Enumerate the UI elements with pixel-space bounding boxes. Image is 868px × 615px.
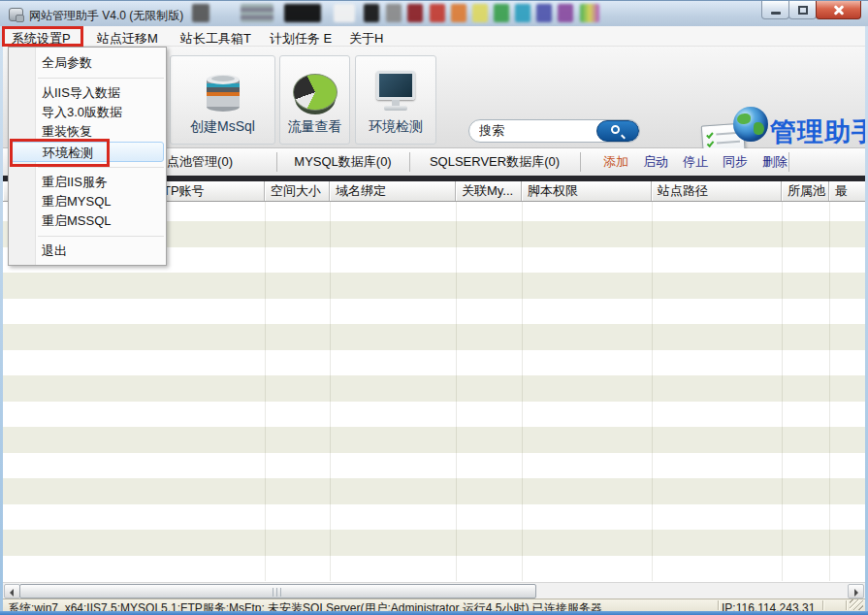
glass-blob bbox=[430, 4, 445, 22]
column-script-perm[interactable]: 脚本权限 bbox=[522, 181, 652, 201]
menu-item-restart-mysql[interactable]: 重启MYSQL bbox=[9, 192, 166, 211]
search-button[interactable] bbox=[596, 120, 639, 142]
glass-blob bbox=[494, 4, 509, 22]
menu-site-migration[interactable]: 站点迁移M bbox=[93, 29, 162, 49]
menu-item-exit[interactable]: 退出 bbox=[9, 242, 166, 261]
table-row bbox=[3, 504, 865, 531]
column-space-size[interactable]: 空间大小 bbox=[265, 181, 330, 201]
app-window: 网站管理助手 V4.0 (无限制版) 系统设置P 站点迁移M 站长工具箱T 计划… bbox=[0, 0, 868, 615]
start-button[interactable]: 启动 bbox=[643, 153, 668, 171]
create-mssql-button[interactable]: 创建MsSql bbox=[170, 55, 275, 145]
window-title: 网站管理助手 V4.0 (无限制版) bbox=[29, 8, 183, 24]
scroll-left-button[interactable] bbox=[4, 584, 20, 599]
table-row bbox=[3, 478, 865, 504]
scrollbar-thumb[interactable] bbox=[19, 584, 536, 599]
table-row bbox=[3, 324, 865, 350]
menu-item-restart-iis[interactable]: 重启IIS服务 bbox=[9, 173, 166, 192]
search-input[interactable] bbox=[479, 122, 595, 140]
glass-blob bbox=[192, 4, 209, 22]
horizontal-scrollbar[interactable] bbox=[3, 582, 865, 599]
close-button[interactable] bbox=[816, 1, 861, 19]
glass-blob bbox=[580, 4, 599, 22]
scroll-right-button[interactable] bbox=[848, 584, 864, 599]
system-status-text: 系统:win7_x64;IIS7.5;MYSQL5.1;FTP服务:MsFtp;… bbox=[8, 600, 602, 611]
glass-blob bbox=[284, 4, 321, 22]
minimize-icon bbox=[771, 12, 781, 15]
menu-webmaster-tools[interactable]: 站长工具箱T bbox=[177, 29, 255, 49]
stop-button[interactable]: 停止 bbox=[683, 153, 708, 171]
glass-blob bbox=[451, 4, 466, 22]
menu-item-environment-check[interactable]: 环境检测 bbox=[11, 142, 164, 162]
database-icon bbox=[202, 70, 244, 113]
resize-grip-icon[interactable] bbox=[850, 599, 863, 610]
glass-blob bbox=[515, 4, 530, 22]
menu-item-import-iis[interactable]: 从IIS导入数据 bbox=[9, 83, 166, 103]
column-related-my[interactable]: 关联My... bbox=[456, 181, 522, 201]
column-site-path[interactable]: 站点路径 bbox=[652, 181, 782, 201]
globe-icon bbox=[733, 107, 768, 142]
glass-blob bbox=[386, 4, 402, 22]
table-row bbox=[3, 427, 865, 453]
tab-mysql[interactable]: MYSQL数据库(0) bbox=[276, 148, 409, 176]
scroll-left-icon bbox=[10, 589, 14, 597]
traffic-view-button[interactable]: 流量查看 bbox=[279, 55, 350, 145]
glass-blob bbox=[241, 4, 273, 22]
table-row bbox=[3, 273, 865, 299]
menu-item-import-v30[interactable]: 导入3.0版数据 bbox=[9, 103, 166, 122]
table-row bbox=[3, 530, 865, 556]
table-row bbox=[3, 375, 865, 402]
table-row bbox=[3, 453, 865, 479]
table-row bbox=[3, 556, 865, 582]
system-settings-menu: 全局参数 从IIS导入数据 导入3.0版数据 重装恢复 环境检测 重启IIS服务… bbox=[8, 47, 167, 266]
menu-item-restart-mssql[interactable]: 重启MSSQL bbox=[9, 211, 166, 231]
menu-about[interactable]: 关于H bbox=[345, 29, 387, 49]
title-bar[interactable]: 网站管理助手 V4.0 (无限制版) bbox=[0, 0, 868, 26]
status-bar: 系统:win7_x64;IIS7.5;MYSQL5.1;FTP服务:MsFtp;… bbox=[3, 599, 865, 611]
menu-system-settings[interactable]: 系统设置P bbox=[8, 29, 75, 49]
maximize-icon bbox=[798, 6, 808, 15]
glass-blob bbox=[407, 4, 423, 22]
column-domain-bind[interactable]: 域名绑定 bbox=[330, 181, 456, 201]
table-row bbox=[3, 402, 865, 428]
maximize-button[interactable] bbox=[788, 1, 817, 19]
menu-item-global-params[interactable]: 全局参数 bbox=[9, 53, 166, 73]
sync-button[interactable]: 同步 bbox=[723, 153, 748, 171]
glass-blob bbox=[364, 4, 379, 22]
menu-scheduled-tasks[interactable]: 计划任务 E bbox=[266, 29, 336, 49]
table-row bbox=[3, 350, 865, 376]
environment-check-button[interactable]: 环境检测 bbox=[355, 55, 436, 145]
app-icon bbox=[9, 8, 23, 21]
glass-blob bbox=[472, 4, 488, 22]
monitor-icon bbox=[373, 70, 418, 113]
minimize-button[interactable] bbox=[761, 1, 789, 19]
column-pool[interactable]: 所属池 bbox=[782, 181, 829, 201]
table-row bbox=[3, 299, 865, 325]
site-actions: 添加 启动 停止 同步 删除 bbox=[603, 148, 788, 176]
menu-item-reinstall-restore[interactable]: 重装恢复 bbox=[9, 122, 166, 142]
search-icon bbox=[611, 125, 620, 134]
glass-blob bbox=[334, 4, 355, 22]
menu-bar: 系统设置P 站点迁移M 站长工具箱T 计划任务 E 关于H bbox=[3, 26, 865, 47]
delete-button[interactable]: 删除 bbox=[762, 153, 788, 171]
logo-title: 管理助手 bbox=[770, 114, 868, 149]
tab-sqlserver[interactable]: SQLSERVER数据库(0) bbox=[409, 148, 580, 176]
scroll-right-icon bbox=[854, 589, 858, 597]
add-button[interactable]: 添加 bbox=[603, 153, 628, 171]
server-ip-text: IP:116.114.243.31 bbox=[722, 600, 815, 611]
glass-blob bbox=[558, 4, 573, 22]
column-last[interactable]: 最 bbox=[829, 181, 865, 201]
glass-blob bbox=[536, 4, 552, 22]
pie-chart-icon bbox=[293, 74, 338, 113]
search-box bbox=[468, 119, 640, 143]
